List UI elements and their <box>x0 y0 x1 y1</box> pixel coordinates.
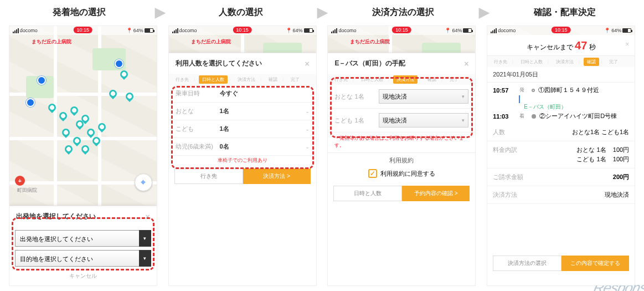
arr-time: 11:03 <box>493 113 516 120</box>
pay-method-label: 決済方法 <box>493 191 517 199</box>
origin-dot-icon <box>532 89 535 92</box>
terms-heading: 利用規約 <box>328 152 475 167</box>
stepper: 行き先〉 日時と人数〉 決済方法〉 確認〉 完了 <box>487 56 635 67</box>
flow-step-2: 人数の選択 <box>167 7 315 18</box>
screen-select-pax: まちだ丘の上病院 docomo 📍64% 10:15 利用人数を選択してください… <box>168 25 317 286</box>
next-button[interactable]: 決済方法 > <box>243 169 311 184</box>
child-payment-select[interactable]: 現地決済▾ <box>379 113 468 127</box>
payment-sheet: E－バス（町田）の手配 × 行き先〉 日時と人数〉 決済方法〉 確認〉 完了 お… <box>328 53 475 285</box>
ride-time-label: 乗車日時 <box>176 89 220 98</box>
origin-sheet: 出発地を選択してください × 出発地を選択してください ▾ 目的地を選択してくだ… <box>9 206 157 285</box>
wheelchair-note: 車椅子でのご利用あり <box>169 156 316 165</box>
close-icon[interactable]: × <box>464 59 468 68</box>
ride-time-value: 今すぐ <box>220 89 310 98</box>
screen-payment: まちだ丘の上病院 docomo 📍64% 10:15 E－バス（町田）の手配 ×… <box>327 25 476 286</box>
adult-payment-row: おとな 1名 現地決済▾ <box>328 85 475 109</box>
pax-label: 人数 <box>493 128 505 136</box>
flow-step-4: 確認・配車決定 <box>491 7 638 18</box>
status-time: 10:15 <box>74 27 93 33</box>
back-button[interactable]: 日時と人数 <box>333 186 402 201</box>
chevron-down-icon: ▾ <box>139 250 151 267</box>
crosshair-icon: ⌖ <box>141 177 146 187</box>
arr-place: ②シーアイハイツ町田D号棟 <box>539 112 617 120</box>
stepper-step: 行き先 <box>172 75 192 84</box>
departure-select[interactable]: 出発地を選択してください ▾ <box>15 230 151 247</box>
departure-select-label: 出発地を選択してください <box>15 230 151 247</box>
chevron-right-icon: ▶ <box>317 4 327 20</box>
stepper-step: 完了 <box>287 75 303 84</box>
map-title: まちだ丘の上病院 <box>191 38 231 45</box>
service-name: E－バス（町田） <box>493 103 629 111</box>
checkbox-checked-icon[interactable]: ✓ <box>368 169 377 178</box>
screen-select-origin: + 町田病院 まちだ丘の上病院 docomo 📍 64% 10:15 ⌖ 出発地… <box>9 25 157 286</box>
infant-select[interactable]: 幼児(6歳未満) 0名 ⌄ <box>169 138 316 156</box>
dest-dot-icon <box>532 114 536 119</box>
chevron-right-icon: ▶ <box>155 4 165 20</box>
ride-date: 2021年01月05日 <box>487 67 635 83</box>
close-icon[interactable]: × <box>146 212 150 221</box>
confirm-sheet: キャンセルまで 47 秒 × 行き先〉 日時と人数〉 決済方法〉 確認〉 完了 … <box>487 35 635 285</box>
confirm-button[interactable]: この内容で確定する <box>561 256 629 271</box>
gps-icon: 📍 <box>126 28 132 33</box>
locate-button[interactable]: ⌖ <box>135 173 152 191</box>
pax-value: おとな1名 こども1名 <box>572 128 629 136</box>
hospital-icon: + <box>15 176 25 186</box>
back-button[interactable]: 決済方法の選択 <box>493 256 561 271</box>
stepper-step-active: 日時と人数 <box>199 75 228 84</box>
map-poi-icon <box>115 59 123 68</box>
fare-label: 料金内訳 <box>493 146 517 154</box>
child-select[interactable]: こども 1名 ⌄ <box>169 120 316 138</box>
flow-header: 発着地の選択 ▶ 人数の選択 ▶ 決済方法の選択 ▶ 確認・配車決定 <box>0 0 644 23</box>
chevron-down-icon: ⌄ <box>305 144 310 150</box>
dep-place: ①図師町１５４９付近 <box>538 86 599 94</box>
adult-payment-select[interactable]: 現地決済▾ <box>379 89 468 104</box>
back-button[interactable]: 行き先 <box>174 169 243 184</box>
destination-select[interactable]: 目的地を選択してください ▾ <box>15 250 151 267</box>
agree-row[interactable]: ✓ 利用規約に同意する <box>328 167 475 182</box>
sheet-title: 利用人数を選択してください <box>176 59 262 68</box>
next-button[interactable]: 予約内容の確認 > <box>402 186 470 201</box>
stepper-step: 決済方法 <box>234 75 259 84</box>
carrier: docomo <box>20 28 38 33</box>
chevron-down-icon: ▾ <box>462 94 465 99</box>
adult-select[interactable]: おとな 1名 ⌄ <box>169 103 316 120</box>
chevron-down-icon: ⌄ <box>305 126 310 132</box>
cancel-countdown: キャンセルまで 47 秒 × <box>487 35 635 56</box>
destination-select-label: 目的地を選択してください <box>15 250 151 267</box>
pax-sheet: 利用人数を選択してください × 行き先〉 日時と人数〉 決済方法〉 確認〉 完了… <box>169 53 316 285</box>
map-poi-icon <box>26 98 35 107</box>
close-icon[interactable]: × <box>625 40 629 48</box>
chevron-down-icon: ⌄ <box>305 108 310 114</box>
status-time: 10:15 <box>552 27 571 33</box>
chevron-right-icon: ▶ <box>479 4 489 20</box>
child-payment-row: こども 1名 現地決済▾ <box>328 109 475 132</box>
itinerary: 10:57 発 ①図師町１５４９付近 E－バス（町田） 11:03 着 ②シーア… <box>487 83 635 124</box>
pay-method-value: 現地決済 <box>605 191 629 199</box>
fever-note: ・発熱等がある場合はご利用をお断りする場合がございます。 <box>328 132 475 150</box>
hospital-label: 町田病院 <box>17 187 37 194</box>
cancel-link[interactable]: キャンセル <box>9 270 157 282</box>
agree-label: 利用規約に同意する <box>380 170 435 178</box>
signal-icon <box>13 28 19 33</box>
chevron-down-icon: ▾ <box>139 230 151 247</box>
chevron-down-icon: ▾ <box>462 118 465 123</box>
status-time: 10:15 <box>392 27 411 33</box>
flow-step-3: 決済方法の選択 <box>329 7 477 18</box>
map-title: まちだ丘の上病院 <box>32 38 71 45</box>
map-poi-icon <box>37 76 46 85</box>
battery-pct: 64% <box>133 28 143 33</box>
stepper-step: 確認 <box>265 75 281 84</box>
flow-step-1: 発着地の選択 <box>6 7 153 18</box>
stepper: 行き先〉 日時と人数〉 決済方法〉 確認〉 完了 <box>169 74 316 85</box>
status-time: 10:15 <box>233 27 252 33</box>
total-label: ご請求金額 <box>493 173 523 181</box>
dep-time: 10:57 <box>493 87 516 94</box>
screen-confirm: まちだ丘の上病院 docomo 📍64% 10:15 キャンセルまで 47 秒 … <box>487 25 635 286</box>
sheet-title: E－バス（町田）の手配 <box>334 59 405 68</box>
route-line-icon <box>519 95 520 103</box>
sheet-title: 出発地を選択してください <box>16 212 96 221</box>
total-value: 200円 <box>613 173 629 181</box>
close-icon[interactable]: × <box>305 59 309 68</box>
battery-icon <box>145 28 153 33</box>
stepper: 行き先〉 日時と人数〉 決済方法〉 確認〉 完了 <box>328 74 475 85</box>
